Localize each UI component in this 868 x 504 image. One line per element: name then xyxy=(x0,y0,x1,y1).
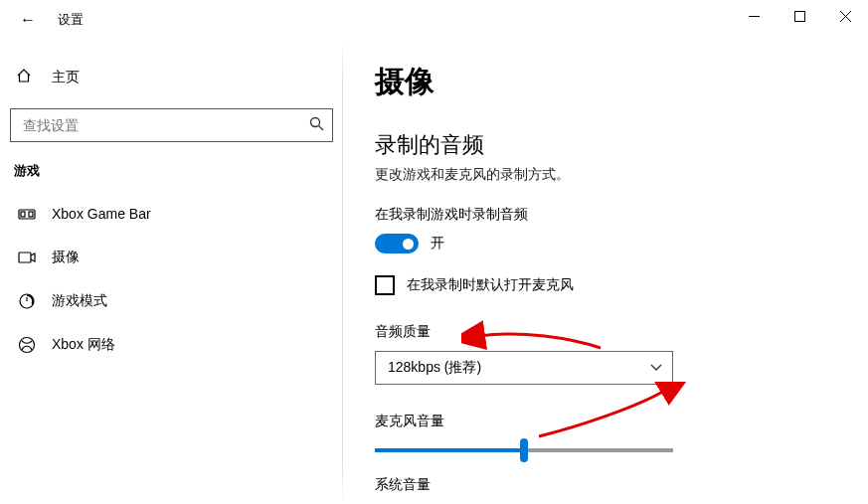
sidebar-item-xboxnet[interactable]: Xbox 网络 xyxy=(10,323,333,367)
page-title: 摄像 xyxy=(375,62,838,102)
sidebar-item-gamemode[interactable]: 游戏模式 xyxy=(10,279,333,323)
minimize-button[interactable] xyxy=(731,0,777,32)
record-audio-toggle[interactable] xyxy=(375,234,419,253)
mic-volume-slider[interactable] xyxy=(375,448,673,452)
sidebar-item-label: 游戏模式 xyxy=(52,292,107,310)
sidebar-item-label: 摄像 xyxy=(52,249,80,266)
mic-default-checkbox[interactable] xyxy=(375,275,395,295)
svg-rect-1 xyxy=(794,11,804,21)
search-input[interactable] xyxy=(21,116,309,134)
slider-fill xyxy=(375,448,524,452)
main-content: 摄像 录制的音频 更改游戏和麦克风的录制方式。 在我录制游戏时录制音频 开 在我… xyxy=(343,40,868,504)
capture-icon xyxy=(16,248,38,267)
svg-rect-8 xyxy=(29,212,33,217)
svg-point-4 xyxy=(311,118,320,127)
sidebar-section-label: 游戏 xyxy=(14,162,333,180)
audio-heading: 录制的音频 xyxy=(375,130,838,160)
xbox-icon xyxy=(16,335,38,355)
home-icon xyxy=(16,68,38,86)
window-title: 设置 xyxy=(58,11,84,29)
chevron-down-icon xyxy=(650,361,662,375)
audio-quality-dropdown[interactable]: 128kbps (推荐) xyxy=(375,351,673,385)
search-icon[interactable] xyxy=(309,116,324,134)
svg-line-5 xyxy=(319,126,324,131)
sidebar-item-gamebar[interactable]: Xbox Game Bar xyxy=(10,192,333,236)
gamemode-icon xyxy=(16,291,38,311)
audio-quality-value: 128kbps (推荐) xyxy=(388,359,481,377)
sidebar-home-label: 主页 xyxy=(52,69,80,86)
slider-thumb[interactable] xyxy=(520,438,528,462)
svg-rect-9 xyxy=(19,252,31,262)
toggle-state-label: 开 xyxy=(431,235,444,252)
audio-quality-label: 音频质量 xyxy=(375,323,838,341)
svg-rect-7 xyxy=(21,212,25,217)
gamebar-icon xyxy=(16,204,38,224)
record-audio-label: 在我录制游戏时录制音频 xyxy=(375,206,838,224)
sidebar-divider xyxy=(342,40,343,504)
sidebar-item-label: Xbox Game Bar xyxy=(52,206,151,222)
sidebar-home[interactable]: 主页 xyxy=(10,60,333,94)
close-button[interactable] xyxy=(822,0,868,32)
sidebar-item-label: Xbox 网络 xyxy=(52,336,115,354)
audio-desc: 更改游戏和麦克风的录制方式。 xyxy=(375,166,838,184)
system-volume-label: 系统音量 xyxy=(375,476,838,494)
maximize-button[interactable] xyxy=(777,0,822,32)
mic-volume-label: 麦克风音量 xyxy=(375,413,838,430)
back-button[interactable]: ← xyxy=(16,11,40,29)
sidebar: 主页 游戏 Xbox Game Bar xyxy=(0,40,343,504)
sidebar-item-capture[interactable]: 摄像 xyxy=(10,236,333,279)
mic-default-label: 在我录制时默认打开麦克风 xyxy=(407,276,574,294)
search-input-container[interactable] xyxy=(10,108,333,142)
svg-point-12 xyxy=(20,338,35,353)
